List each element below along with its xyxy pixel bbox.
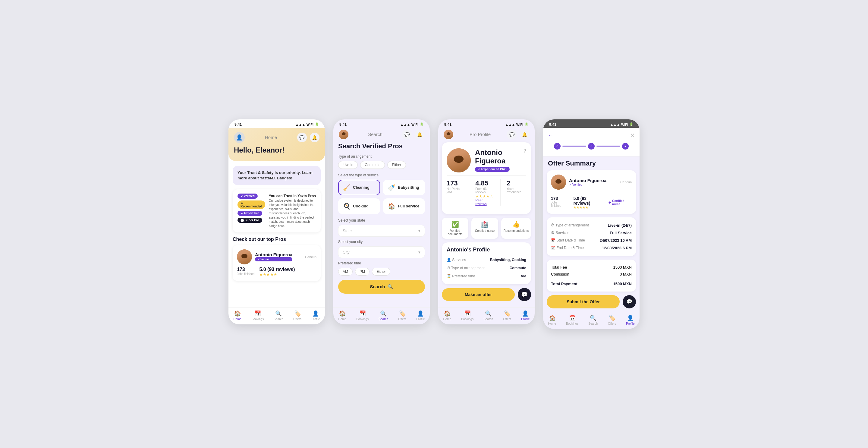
close-button[interactable]: ✕	[630, 132, 635, 139]
nav-search-3[interactable]: 🔍 Search	[484, 310, 493, 321]
screens-container: 9:41 ▲▲▲ WiFi 🔋 👤 Home 💬 🔔 Hello, Eleano…	[228, 119, 640, 329]
search-button[interactable]: Search 🔍	[338, 280, 425, 294]
info-icon[interactable]: ?	[524, 148, 526, 154]
nav-home-1[interactable]: 🏠 Home	[234, 310, 242, 321]
summary-pro-verified: ✓ Verified	[569, 183, 607, 186]
service-cleaning[interactable]: 🧹 Cleaning	[338, 180, 380, 196]
badge-verified: ✓ Verified	[238, 193, 258, 199]
pro-name: Antonio Figueroa	[255, 252, 292, 257]
back-button[interactable]: ←	[548, 132, 553, 139]
offer-chat-button[interactable]: 💬	[518, 288, 531, 301]
bell-icon[interactable]: 🔔	[310, 133, 319, 142]
arrangement-val: Live-in (24/7)	[608, 223, 632, 228]
nav-search-1[interactable]: 🔍 Search	[274, 310, 283, 321]
total-value: 1500 MXN	[613, 281, 632, 286]
pill-commute[interactable]: Commute	[360, 161, 385, 169]
search-bell-icon[interactable]: 🔔	[415, 130, 424, 139]
top-pros-title: Check out our top Pros	[228, 237, 325, 245]
profile-user-avatar[interactable]	[444, 130, 453, 139]
nav-home-3[interactable]: 🏠 Home	[443, 310, 452, 321]
signal-icon-2: ▲▲▲	[400, 123, 410, 126]
pill-livein[interactable]: Live-in	[338, 161, 358, 169]
nav-offers-3[interactable]: 🏷️ Offers	[503, 310, 511, 321]
submit-chat-button[interactable]: 💬	[623, 295, 636, 308]
pro-card-header: Antonio Figueroa ✓ Verified Cancún	[237, 249, 316, 264]
pill-either[interactable]: Either	[387, 161, 406, 169]
search-chat-icon[interactable]: 💬	[402, 130, 412, 139]
city-dropdown[interactable]: City ▾	[338, 246, 425, 258]
nav-bookings-4[interactable]: 📅 Bookings	[566, 315, 578, 325]
nav-bookings-3[interactable]: 📅 Bookings	[461, 310, 473, 321]
nav-profile-1[interactable]: 👤 Profile	[311, 310, 320, 321]
status-time-3: 9:41	[444, 122, 452, 127]
search-user-avatar[interactable]	[339, 130, 348, 139]
trust-card: Your Trust & Safety is our priority. Lea…	[233, 166, 321, 185]
badge-super: ⬤ Super Pro	[238, 218, 262, 223]
read-reviews-link[interactable]: Read reviews	[475, 198, 494, 206]
pro-card[interactable]: Antonio Figueroa ✓ Verified Cancún 173 J…	[233, 245, 321, 281]
ap-arrangement-key: ⏱ Type of arrangement	[447, 266, 485, 270]
home-header: 👤 Home 💬 🔔 Hello, Eleanor!	[228, 128, 325, 161]
make-offer-button[interactable]: Make an offer	[442, 288, 515, 301]
profile-bell-icon[interactable]: 🔔	[520, 130, 529, 139]
pro-jobs-count: 173	[237, 267, 254, 272]
pro-rating: 5.0 (93 reviews)	[259, 267, 295, 272]
screen-pro-profile: 9:41 ▲▲▲ WiFi 🔋 Pro Profile 💬 🔔	[438, 119, 535, 324]
service-babysitting[interactable]: 🍼 Babysitting	[383, 180, 425, 196]
pill-either-time[interactable]: Either	[372, 268, 390, 275]
battery-icon-3: 🔋	[524, 122, 529, 126]
signal-icon-3: ▲▲▲	[505, 123, 515, 126]
summary-cert-badge: ✚ Certified nurse	[609, 196, 632, 210]
nav-profile-4[interactable]: 👤 Profile	[626, 315, 634, 325]
home-icon-4: 🏠	[549, 315, 555, 321]
nav-search-2[interactable]: 🔍 Search	[378, 310, 388, 321]
profile-stars: ★★★★☆	[475, 194, 494, 198]
state-dropdown[interactable]: State ▾	[338, 225, 425, 237]
user-avatar-icon[interactable]: 👤	[234, 132, 245, 143]
home-icon-3: 🏠	[444, 310, 451, 317]
nav-profile-3[interactable]: 👤 Profile	[521, 310, 530, 321]
nav-bookings-1[interactable]: 📅 Bookings	[251, 310, 264, 321]
status-time-2: 9:41	[339, 122, 347, 127]
state-label: Select your state	[338, 218, 425, 222]
service-cooking[interactable]: 🍳 Cooking	[338, 198, 380, 214]
profile-hero: AntonioFigueroa ✓ Experienced PRO ? 173 …	[442, 142, 531, 214]
profile-chat-icon[interactable]: 💬	[507, 130, 517, 139]
nav-search-4[interactable]: 🔍 Search	[588, 315, 598, 325]
nav-offers-2[interactable]: 🏷️ Offers	[398, 310, 406, 321]
pill-am[interactable]: AM	[338, 268, 352, 275]
ap-time-val: AM	[521, 274, 526, 278]
nav-bookings-2[interactable]: 📅 Bookings	[356, 310, 369, 321]
end-val: 12/08/2023 6 PM	[602, 246, 632, 250]
certified-nurse-icon: ✚	[609, 201, 611, 204]
search-btn-label: Search	[370, 284, 385, 289]
services-key: 🛠 Services	[551, 231, 569, 235]
progress-step-3: ●	[622, 143, 629, 150]
badges-card: ✓ Verified ☆ Recommended ★ Expert Pro ⬤ …	[233, 189, 321, 233]
cert-verified-docs: ✅ Verified documents	[442, 218, 468, 239]
badges-list: ✓ Verified ☆ Recommended ★ Expert Pro ⬤ …	[238, 193, 265, 228]
nav-offers-4[interactable]: 🏷️ Offers	[608, 315, 616, 325]
nav-home-2[interactable]: 🏠 Home	[338, 310, 347, 321]
status-icons-1: ▲▲▲ WiFi 🔋	[296, 122, 319, 126]
service-fullservice[interactable]: 🏠 Full service	[383, 198, 425, 214]
ap-row-arrangement: ⏱ Type of arrangement Commute	[447, 264, 526, 272]
bookings-icon-3: 📅	[464, 310, 471, 317]
chat-icon[interactable]: 💬	[297, 133, 307, 142]
submit-offer-button[interactable]: Submit the Offer	[547, 295, 620, 308]
profile-jobs-count: 173	[447, 179, 463, 187]
nav-offers-1[interactable]: 🏷️ Offers	[293, 310, 301, 321]
progress-line-1	[562, 146, 586, 147]
badges-description: You can Trust in Yazta Pros Our badge sy…	[269, 193, 316, 228]
pill-pm[interactable]: PM	[355, 268, 370, 275]
nav-home-4[interactable]: 🏠 Home	[548, 315, 556, 325]
offers-icon: 🏷️	[294, 310, 301, 317]
badge-expert: ★ Expert Pro	[238, 211, 262, 216]
search-icon-2: 🔍	[380, 310, 387, 317]
pro-avatar	[237, 249, 252, 264]
profile-stats: 173 Nu. Yazta jobs 4.85 From 93 reviews …	[447, 176, 526, 209]
nav-profile-2[interactable]: 👤 Profile	[416, 310, 425, 321]
summary-pro-avatar	[551, 175, 566, 190]
detail-services: 🛠 Services Full Service	[551, 229, 632, 237]
profile-top-nav: Pro Profile 💬 🔔	[438, 128, 535, 142]
